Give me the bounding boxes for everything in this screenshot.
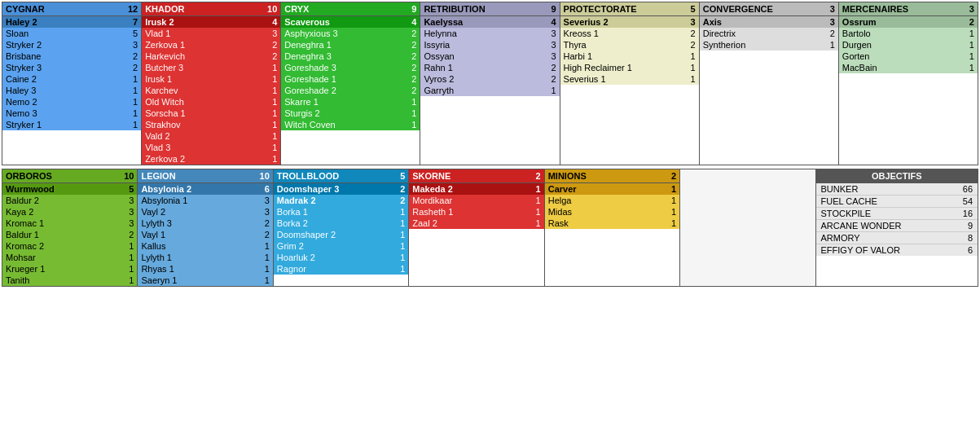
objectifs-header: OBJECTIFS [816, 169, 978, 183]
warcaster-count: 1 [272, 108, 277, 118]
trollblood-name: TROLLBLOOD [277, 171, 339, 181]
bottom-section: ORBOROS 10 Wurmwood5 Baldur 23 Kaya 23 K… [2, 169, 978, 287]
warcaster-name: Stryker 2 [6, 40, 42, 50]
warcaster-name: Baldur 1 [6, 230, 39, 240]
cryx-col: CRYX 9 Scaverous4 Asphyxious 32 Deneghra… [281, 2, 420, 165]
legion-name: LEGION [141, 171, 175, 181]
warcaster-count: 1 [969, 40, 974, 50]
warcaster-count: 1 [133, 120, 138, 130]
cryx-name: CRYX [284, 4, 309, 14]
list-item: Krueger 11 [2, 263, 137, 275]
warcaster-name: Directrix [703, 29, 736, 38]
warcaster-count: 6 [265, 184, 270, 194]
list-item: Ossyan3 [420, 51, 559, 62]
warcaster-name: Axis [703, 17, 722, 27]
list-item: Butcher 31 [142, 62, 280, 73]
list-item: Wurmwood5 [2, 183, 137, 195]
warcaster-name: Kaelyssa [424, 17, 463, 27]
warcaster-count: 1 [400, 218, 405, 228]
convergence-name: CONVERGENCE [703, 4, 773, 14]
list-item: Kaya 23 [2, 206, 137, 218]
retribution-col: RETRIBUTION 9 Kaelyssa4 Helynna3 Issyria… [420, 2, 560, 165]
warcaster-name: Deneghra 1 [284, 40, 332, 50]
warcaster-name: Absylonia 2 [141, 184, 191, 194]
warcaster-count: 1 [133, 97, 138, 107]
legion-total: 10 [260, 171, 270, 181]
protectorate-header: PROTECTORATE 5 [560, 2, 699, 16]
warcaster-name: Nemo 2 [6, 97, 37, 107]
warcaster-name: Baldur 2 [6, 196, 39, 205]
warcaster-count: 1 [969, 51, 974, 61]
warcaster-name: Vayl 1 [141, 230, 165, 240]
warcaster-count: 1 [133, 108, 138, 118]
main-container: CYGNAR 12 Haley 27 Sloan5 Stryker 23 Bri… [0, 0, 980, 288]
warcaster-count: 1 [830, 40, 835, 50]
warcaster-count: 2 [411, 29, 416, 38]
warcaster-count: 2 [133, 63, 138, 73]
orboros-name: ORBOROS [6, 171, 52, 181]
list-item: Vayl 12 [138, 229, 272, 240]
list-item: Lylyth 11 [138, 252, 272, 263]
list-item: Sorscha 11 [142, 108, 280, 119]
warcaster-count: 1 [265, 253, 270, 262]
trollblood-total: 5 [400, 171, 405, 181]
list-item: Ragnor1 [274, 263, 408, 275]
warcaster-count: 1 [691, 51, 696, 61]
warcaster-count: 5 [133, 29, 138, 38]
list-item: Nemo 31 [2, 108, 141, 119]
warcaster-name: Brisbane [6, 51, 41, 61]
objectif-name: EFFIGY OF VALOR [821, 245, 900, 255]
list-item: Baldur 12 [2, 229, 137, 240]
skorne-total: 2 [536, 171, 541, 181]
warcaster-name: Doomshaper 3 [277, 184, 339, 194]
warcaster-count: 5 [129, 184, 134, 194]
warcaster-name: Zerkova 2 [145, 154, 185, 164]
skorne-header: SKORNE 2 [409, 169, 543, 183]
warcaster-count: 4 [411, 17, 416, 27]
list-item: Stryker 23 [2, 39, 141, 51]
list-item: Vyros 22 [420, 73, 559, 85]
list-item: Vald 21 [142, 130, 280, 142]
warcaster-name: Mordikaar [412, 196, 452, 205]
list-item: Ossrum2 [839, 16, 978, 28]
warcaster-name: Issyria [424, 40, 450, 50]
warcaster-count: 1 [969, 63, 974, 73]
warcaster-name: Irusk 1 [145, 74, 172, 84]
warcaster-count: 1 [272, 97, 277, 107]
cygnar-name: CYGNAR [6, 4, 45, 14]
list-item: Nemo 21 [2, 96, 141, 108]
convergence-col: CONVERGENCE 3 Axis3 Directrix2 Syntherio… [700, 2, 839, 165]
minions-total: 2 [671, 171, 676, 181]
objectif-count: 54 [963, 196, 973, 206]
list-item: Borka 21 [274, 218, 408, 229]
list-item: Zerkova 12 [142, 39, 280, 51]
warcaster-count: 1 [691, 74, 696, 84]
warcaster-count: 1 [265, 275, 270, 285]
warcaster-name: Syntherion [703, 40, 746, 50]
warcaster-name: Tanith [6, 275, 29, 285]
list-item: Rask1 [545, 218, 679, 229]
warcaster-count: 2 [691, 29, 696, 38]
warcaster-name: Bartolo [842, 29, 871, 38]
list-item: Brisbane2 [2, 51, 141, 62]
warcaster-name: Haley 3 [6, 86, 36, 95]
mercenaires-body: Ossrum2 Bartolo1 Durgen1 Gorten1 MacBain… [839, 16, 978, 73]
warcaster-count: 2 [129, 230, 134, 240]
list-item: Scaverous4 [281, 16, 420, 28]
warcaster-count: 1 [129, 241, 134, 251]
warcaster-name: Karchev [145, 86, 178, 95]
warcaster-count: 1 [411, 97, 416, 107]
warcaster-name: Stryker 1 [6, 120, 42, 130]
orboros-total: 10 [124, 171, 134, 181]
skorne-col: SKORNE 2 Makeda 21 Mordikaar1 Rasheth 11… [409, 169, 544, 286]
warcaster-count: 1 [671, 207, 676, 217]
list-item: Doomshaper 32 [274, 183, 408, 195]
list-item: Absylonia 26 [138, 183, 272, 195]
warcaster-count: 2 [411, 74, 416, 84]
warcaster-count: 1 [129, 253, 134, 262]
objectif-name: FUEL CACHE [821, 196, 877, 206]
objectif-name: ARCANE WONDER [821, 221, 902, 231]
warcaster-name: Lylyth 1 [141, 253, 172, 262]
objectif-name: STOCKPILE [821, 209, 872, 218]
orboros-header: ORBOROS 10 [2, 169, 137, 183]
